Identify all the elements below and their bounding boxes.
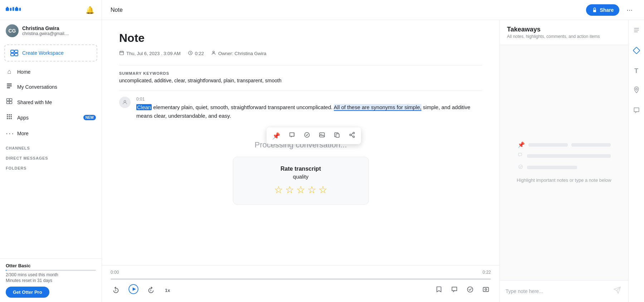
svg-rect-51: [518, 153, 522, 156]
note-input[interactable]: [506, 288, 609, 294]
svg-point-23: [10, 116, 12, 117]
sidebar-item-my-conversations[interactable]: My Conversations: [0, 79, 102, 94]
transcript-entry: 0:01 Clean elementary plain, quiet, smoo…: [119, 97, 482, 120]
toolbar-pin-button[interactable]: 📌: [271, 131, 282, 141]
plan-progress-bar-bg: [6, 270, 96, 271]
send-button[interactable]: [612, 285, 623, 298]
takeaways-subtitle: All notes, highlights, comments, and act…: [507, 34, 621, 39]
note-meta: Thu, Jul 6, 2023 . 3:09 AM 0:22 Owner: C…: [119, 50, 482, 57]
placeholder-pin-icon: 📌: [518, 141, 525, 148]
more-options-button[interactable]: ···: [624, 4, 635, 15]
sidebar-item-label: Home: [17, 69, 96, 75]
star-rating[interactable]: ☆ ☆ ☆ ☆ ☆: [242, 184, 360, 196]
edge-chat-icon[interactable]: [631, 104, 642, 118]
placeholder-check-icon: [518, 164, 523, 171]
apps-icon: [6, 113, 13, 122]
svg-point-19: [9, 114, 10, 116]
svg-point-48: [468, 287, 473, 292]
svg-rect-27: [593, 10, 596, 12]
sidebar-item-home[interactable]: ⌂ Home: [0, 64, 102, 79]
direct-messages-section-label: DIRECT MESSAGES: [0, 152, 102, 162]
svg-point-57: [635, 88, 637, 90]
star-3[interactable]: ☆: [296, 184, 305, 196]
star-1[interactable]: ☆: [274, 184, 283, 196]
user-profile[interactable]: CG Christina Gwira christina.gwira@gmail…: [0, 20, 102, 42]
note-title: Note: [119, 31, 482, 45]
content-area: Note Thu, Jul 6, 2023 . 3:09 AM 0:22: [102, 20, 644, 302]
note-duration: 0:22: [195, 51, 204, 56]
share-button[interactable]: Share: [586, 4, 619, 16]
svg-point-35: [304, 132, 309, 137]
forward-button[interactable]: 5: [146, 284, 156, 297]
sidebar-item-apps[interactable]: Apps New: [0, 110, 102, 125]
sidebar-header: 🔔: [0, 0, 102, 20]
play-button[interactable]: [127, 283, 140, 298]
divider: [119, 65, 482, 65]
note-input-area: [500, 280, 628, 302]
plan-info: Otter Basic 2/300 mins used this month M…: [0, 258, 102, 302]
comment-button[interactable]: [449, 284, 459, 296]
placeholder-hint: Highlight important notes or type a note…: [517, 177, 611, 184]
svg-rect-2: [10, 8, 12, 11]
highlighted-phrase: All of these are synonyms for simple,: [334, 104, 421, 111]
plan-usage: 2/300 mins used this month: [6, 272, 96, 277]
placeholder-comment-icon: [518, 152, 523, 160]
svg-point-40: [350, 134, 351, 136]
svg-text:5: 5: [115, 289, 116, 291]
svg-rect-56: [633, 47, 640, 54]
svg-rect-10: [15, 53, 18, 56]
takeaways-title: Takeaways: [507, 26, 621, 33]
edge-location-icon[interactable]: [631, 84, 642, 97]
svg-rect-9: [11, 53, 14, 56]
edge-diamond-icon[interactable]: [631, 45, 642, 58]
svg-rect-4: [15, 8, 18, 11]
star-2[interactable]: ☆: [285, 184, 294, 196]
top-bar: Note Share ···: [102, 0, 644, 20]
progress-track[interactable]: [111, 278, 491, 280]
share-button-label: Share: [600, 7, 614, 13]
svg-rect-6: [19, 8, 21, 11]
svg-point-24: [7, 118, 8, 119]
svg-rect-5: [16, 6, 18, 8]
svg-point-22: [9, 116, 10, 117]
star-5[interactable]: ☆: [318, 184, 327, 196]
edge-list-icon[interactable]: [631, 24, 642, 38]
otter-logo: [6, 5, 24, 15]
svg-rect-1: [7, 6, 8, 8]
svg-point-21: [7, 116, 8, 117]
edge-text-icon[interactable]: T: [632, 65, 640, 77]
svg-rect-16: [7, 102, 10, 104]
svg-rect-14: [7, 99, 10, 101]
notifications-button[interactable]: 🔔: [84, 4, 96, 16]
speed-button[interactable]: 1x: [162, 286, 173, 294]
right-edge-panel: T: [628, 20, 644, 302]
avatar: CG: [6, 24, 19, 37]
get-pro-button[interactable]: Get Otter Pro: [6, 287, 49, 298]
star-4[interactable]: ☆: [307, 184, 316, 196]
sidebar-item-more[interactable]: ··· More: [0, 125, 102, 142]
toolbar-share-button[interactable]: [347, 130, 357, 141]
highlight-word: Clean: [136, 104, 152, 110]
svg-rect-7: [11, 50, 14, 53]
sidebar: 🔔 CG Christina Gwira christina.gwira@gma…: [0, 0, 102, 302]
screenshot-button[interactable]: [481, 284, 491, 296]
channels-section-label: CHANNELS: [0, 142, 102, 152]
svg-point-52: [518, 165, 522, 169]
rewind-button[interactable]: 5: [111, 284, 121, 297]
floating-toolbar: 📌: [267, 127, 361, 144]
lock-icon: [592, 7, 597, 13]
svg-marker-46: [133, 287, 136, 291]
sidebar-item-label: Apps: [17, 115, 79, 121]
bookmark-button[interactable]: [434, 284, 444, 296]
checkmark-button[interactable]: [465, 284, 475, 296]
svg-rect-3: [13, 7, 14, 11]
svg-rect-15: [9, 99, 12, 101]
toolbar-comment-button[interactable]: [287, 130, 297, 141]
sidebar-item-shared-with-me[interactable]: Shared with Me: [0, 94, 102, 110]
toolbar-copy-button[interactable]: [332, 130, 342, 141]
toolbar-image-button[interactable]: [317, 130, 327, 141]
svg-rect-28: [120, 51, 124, 55]
current-time: 0:00: [111, 270, 119, 275]
create-workspace-button[interactable]: Create Workspace: [4, 44, 97, 62]
toolbar-check-button[interactable]: [302, 130, 312, 141]
